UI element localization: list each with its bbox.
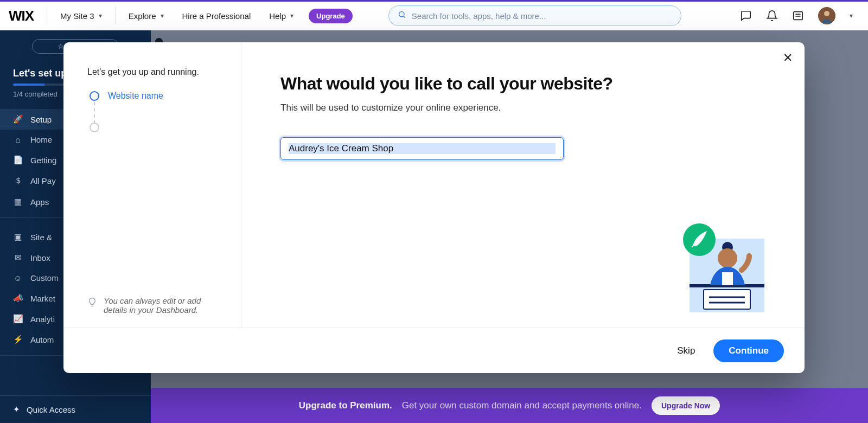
step-website-name[interactable]: Website name bbox=[90, 91, 228, 101]
lightbulb-icon bbox=[87, 297, 97, 315]
modal-sidebar: Let's get you up and running. Website na… bbox=[63, 42, 241, 328]
modal-body: Let's get you up and running. Website na… bbox=[63, 42, 805, 328]
step-next bbox=[90, 123, 228, 132]
step-indicator-icon bbox=[90, 123, 99, 132]
continue-button[interactable]: Continue bbox=[713, 339, 784, 362]
website-name-field[interactable] bbox=[280, 137, 564, 160]
website-name-input[interactable] bbox=[289, 143, 556, 154]
svg-point-13 bbox=[718, 248, 737, 268]
modal-title: What would you like to call your website… bbox=[280, 74, 770, 94]
modal-subtitle: This will be used to customize your onli… bbox=[280, 102, 770, 113]
modal-hint-text: You can always edit or add details in yo… bbox=[104, 296, 222, 315]
modal-hint: You can always edit or add details in yo… bbox=[87, 296, 228, 315]
skip-button[interactable]: Skip bbox=[672, 342, 700, 360]
svg-rect-9 bbox=[704, 290, 750, 309]
step-connector bbox=[94, 102, 95, 124]
step-indicator-icon bbox=[90, 91, 99, 101]
modal-footer: Skip Continue bbox=[63, 328, 805, 373]
modal-side-heading: Let's get you up and running. bbox=[87, 67, 228, 77]
svg-rect-14 bbox=[722, 272, 733, 285]
modal-overlay: ✕ Let's get you up and running. Website … bbox=[0, 0, 868, 423]
illustration bbox=[678, 220, 770, 318]
onboarding-steps: Website name bbox=[87, 91, 228, 154]
onboarding-modal: ✕ Let's get you up and running. Website … bbox=[63, 42, 805, 373]
modal-main: What would you like to call your website… bbox=[241, 42, 805, 328]
step-label: Website name bbox=[108, 91, 163, 101]
